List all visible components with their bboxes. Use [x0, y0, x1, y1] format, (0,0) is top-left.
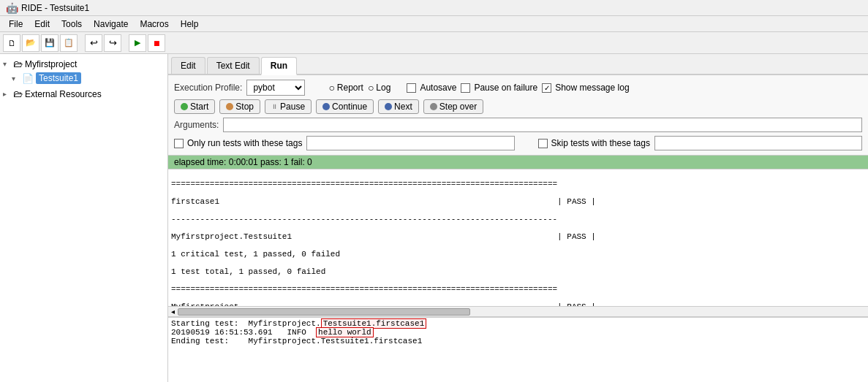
log-highlight-2: hello world	[316, 327, 374, 337]
output-line-1: firstcase1 | PASS |	[171, 197, 596, 206]
arguments-row: Arguments:	[174, 118, 862, 132]
next-label: Next	[394, 102, 412, 112]
output-line-5: 1 test total, 1 passed, 0 failed	[171, 267, 325, 276]
title-bar: 🤖 RIDE - Testsuite1	[0, 0, 868, 16]
menu-edit[interactable]: Edit	[29, 18, 56, 31]
pause-on-failure-checkbox[interactable]: Pause on failure	[461, 83, 537, 93]
autosave-label: Autosave	[420, 83, 456, 93]
show-log-checkbox-box: ✓	[542, 83, 551, 93]
horizontal-scrollbar[interactable]	[178, 308, 470, 316]
right-panel: Edit Text Edit Run Execution Profile: py…	[168, 54, 868, 382]
show-message-log-checkbox[interactable]: ✓ Show message log	[542, 83, 629, 93]
next-icon	[385, 103, 392, 110]
tree-label: Myfirstproject	[25, 59, 77, 69]
continue-button[interactable]: Continue	[316, 99, 374, 114]
continue-icon	[322, 103, 330, 110]
output-line-2: ----------------------------------------…	[171, 215, 557, 224]
toolbar-stop[interactable]: ⏹	[148, 34, 165, 52]
step-over-button[interactable]: Step over	[423, 99, 483, 114]
output-line-4: 1 critical test, 1 passed, 0 failed	[171, 250, 340, 259]
skip-tests-label: Skip tests with these tags	[551, 138, 650, 148]
toolbar-redo[interactable]: ↪	[104, 34, 121, 52]
report-radio[interactable]: ○ Report	[328, 82, 363, 93]
pause-checkbox-box	[461, 83, 470, 93]
start-button[interactable]: Start	[174, 99, 215, 114]
tree-item-myfirstproject[interactable]: ▾ 🗁 Myfirstproject	[0, 57, 167, 71]
stop-icon	[226, 103, 233, 110]
step-over-label: Step over	[439, 102, 477, 112]
expand-icon: ▾	[3, 60, 13, 68]
report-label: Report	[337, 83, 363, 93]
status-bar: elapsed time: 0:00:01 pass: 1 fail: 0	[168, 156, 868, 169]
tab-text-edit[interactable]: Text Edit	[207, 57, 260, 74]
stop-label: Stop	[235, 102, 254, 112]
tree-item-testsuite1[interactable]: ▾ 📄 Testsuite1	[0, 71, 167, 85]
start-icon	[181, 103, 188, 110]
step-over-icon	[430, 103, 437, 110]
toolbar-new[interactable]: 🗋	[3, 34, 20, 52]
menu-navigate[interactable]: Navigate	[88, 18, 134, 31]
main-container: ▾ 🗁 Myfirstproject ▾ 📄 Testsuite1 ▸ 🗁 Ex…	[0, 54, 868, 382]
tree-label-selected: Testsuite1	[36, 72, 81, 84]
output-line-6: ========================================…	[171, 285, 557, 294]
toolbar-undo[interactable]: ↩	[85, 34, 102, 52]
expand-icon: ▸	[3, 90, 13, 98]
skip-tests-box	[538, 139, 548, 148]
pause-button[interactable]: ⏸ Pause	[265, 99, 312, 114]
arguments-input[interactable]	[223, 118, 862, 132]
pause-label: Pause	[280, 102, 305, 112]
skip-tests-checkbox[interactable]: Skip tests with these tags	[538, 138, 650, 148]
toolbar-run[interactable]: ▶	[129, 34, 146, 52]
menu-file[interactable]: File	[3, 18, 29, 31]
execution-row: Execution Profile: pybot ○ Report ○ Log …	[174, 80, 862, 96]
scroll-left-arrow[interactable]: ◂	[171, 307, 175, 316]
file-icon: 📄	[22, 73, 34, 84]
menu-help[interactable]: Help	[175, 18, 205, 31]
only-run-tags-input[interactable]	[306, 136, 514, 150]
execution-profile-select[interactable]: pybot	[246, 80, 305, 96]
tab-run[interactable]: Run	[261, 57, 297, 75]
buttons-row: Start Stop ⏸ Pause Continue Next	[174, 99, 862, 114]
continue-label: Continue	[332, 102, 367, 112]
toolbar-save-all[interactable]: 📋	[60, 34, 78, 52]
tree-label: External Resources	[25, 89, 102, 99]
pause-icon: ⏸	[271, 103, 278, 110]
app-icon: 🤖	[6, 2, 18, 14]
autosave-checkbox[interactable]: Autosave	[407, 83, 456, 93]
menu-bar: File Edit Tools Navigate Macros Help	[0, 16, 868, 32]
folder-icon: 🗁	[13, 88, 23, 99]
output-line-0: ========================================…	[171, 180, 557, 188]
log-radio[interactable]: ○ Log	[368, 82, 391, 93]
pause-label: Pause on failure	[474, 83, 537, 93]
only-run-checkbox[interactable]: Only run tests with these tags	[174, 138, 302, 148]
status-text: elapsed time: 0:00:01 pass: 1 fail: 0	[174, 157, 312, 167]
execution-profile-label: Execution Profile:	[174, 83, 242, 93]
skip-tests-tags-input[interactable]	[654, 136, 862, 150]
only-run-label: Only run tests with these tags	[187, 138, 302, 148]
stop-button[interactable]: Stop	[219, 99, 260, 114]
toolbar-open[interactable]: 📂	[22, 34, 39, 52]
autosave-checkbox-box	[407, 83, 416, 93]
menu-tools[interactable]: Tools	[56, 18, 88, 31]
toolbar: 🗋 📂 💾 📋 ↩ ↪ ▶ ⏹	[0, 32, 868, 54]
tab-edit[interactable]: Edit	[171, 57, 205, 74]
toolbar-save[interactable]: 💾	[41, 34, 59, 52]
arguments-label: Arguments:	[174, 120, 219, 130]
output-line-3: Myfirstproject.Testsuite1 | PASS |	[171, 232, 596, 241]
tag-filters-row: Only run tests with these tags Skip test…	[174, 136, 862, 150]
start-label: Start	[190, 102, 208, 112]
scroll-row: ◂	[168, 306, 868, 316]
title-text: RIDE - Testsuite1	[21, 3, 89, 13]
tab-bar: Edit Text Edit Run	[168, 54, 868, 75]
menu-macros[interactable]: Macros	[134, 18, 174, 31]
tree-item-external-resources[interactable]: ▸ 🗁 External Resources	[0, 87, 167, 101]
output-area[interactable]: ========================================…	[168, 169, 868, 306]
show-log-label: Show message log	[555, 83, 629, 93]
left-panel: ▾ 🗁 Myfirstproject ▾ 📄 Testsuite1 ▸ 🗁 Ex…	[0, 54, 168, 382]
only-run-box	[174, 139, 184, 148]
log-line1: Starting test: Myfirstproject.Testsuite1…	[171, 318, 426, 345]
next-button[interactable]: Next	[378, 99, 419, 114]
controls-area: Execution Profile: pybot ○ Report ○ Log …	[168, 75, 868, 156]
log-panel[interactable]: Starting test: Myfirstproject.Testsuite1…	[168, 316, 868, 382]
log-label: Log	[376, 83, 390, 93]
